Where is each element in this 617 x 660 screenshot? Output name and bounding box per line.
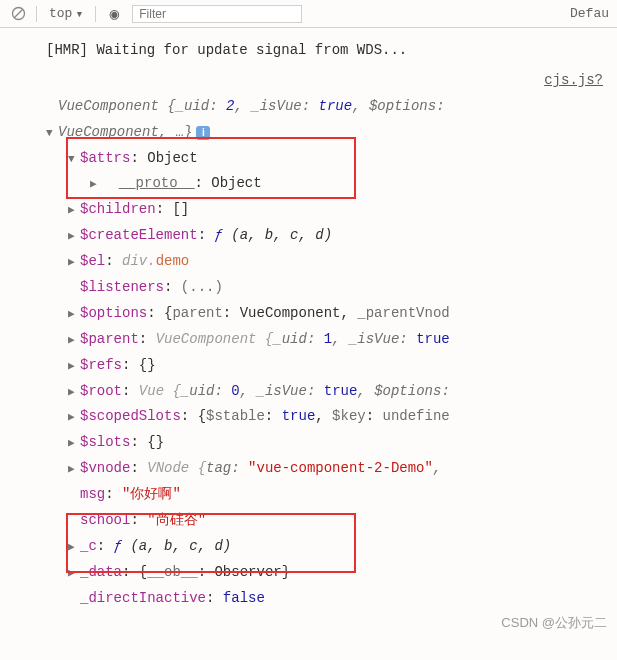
levels-dropdown[interactable]: Defau xyxy=(570,6,609,21)
expand-toggle-icon[interactable] xyxy=(68,563,80,583)
expand-toggle-icon[interactable] xyxy=(68,226,80,246)
prop-school[interactable]: school: "尚硅谷" xyxy=(6,508,611,534)
expand-toggle-icon[interactable] xyxy=(46,123,58,143)
class-name: VueComponent xyxy=(58,120,159,146)
expand-toggle-icon[interactable] xyxy=(68,382,80,402)
expand-toggle-icon[interactable] xyxy=(68,330,80,350)
svg-line-1 xyxy=(14,10,22,18)
expand-toggle-icon[interactable] xyxy=(68,537,80,557)
chevron-down-icon: ▾ xyxy=(75,6,83,22)
class-name: VueComponent xyxy=(58,94,159,120)
prop-vnode[interactable]: $vnode: VNode {tag: "vue-component-2-Dem… xyxy=(6,456,611,482)
prop-msg[interactable]: msg: "你好啊" xyxy=(6,482,611,508)
prop-slots[interactable]: $slots: {} xyxy=(6,430,611,456)
expand-toggle-icon[interactable] xyxy=(68,356,80,376)
object-header[interactable]: VueComponent {_uid: 2, _isVue: true, $op… xyxy=(6,94,611,120)
expand-toggle-icon[interactable] xyxy=(68,407,80,427)
prop-scopedSlots[interactable]: $scopedSlots: {$stable: true, $key: unde… xyxy=(6,404,611,430)
prop-directInactive[interactable]: _directInactive: false xyxy=(6,586,611,612)
expand-toggle-icon[interactable] xyxy=(68,459,80,479)
separator xyxy=(95,6,96,22)
log-message: [HMR] Waiting for update signal from WDS… xyxy=(6,38,611,64)
block-icon[interactable] xyxy=(8,4,28,24)
prop-parent[interactable]: $parent: VueComponent {_uid: 1, _isVue: … xyxy=(6,327,611,353)
object-header-line2[interactable]: VueComponent, …} i xyxy=(6,120,611,146)
prop-proto[interactable]: __proto__: Object xyxy=(6,171,611,197)
expand-toggle-icon[interactable] xyxy=(90,174,102,194)
expand-toggle-icon[interactable] xyxy=(68,304,80,324)
prop-data[interactable]: _data: {__ob__: Observer} xyxy=(6,560,611,586)
prop-el[interactable]: $el: div.demo xyxy=(6,249,611,275)
prop-options[interactable]: $options: {parent: VueComponent, _parent… xyxy=(6,301,611,327)
prop-listeners[interactable]: $listeners: (...) xyxy=(6,275,611,301)
context-dropdown[interactable]: top ▾ xyxy=(45,4,87,24)
source-link[interactable]: cjs.js? xyxy=(6,68,603,94)
expand-toggle-icon[interactable] xyxy=(68,200,80,220)
expand-toggle-icon[interactable] xyxy=(68,252,80,272)
separator xyxy=(36,6,37,22)
dropdown-label: top xyxy=(49,6,72,21)
console-output: [HMR] Waiting for update signal from WDS… xyxy=(0,28,617,618)
filter-input[interactable] xyxy=(132,5,302,23)
prop-createElement[interactable]: $createElement: ƒ (a, b, c, d) xyxy=(6,223,611,249)
prop-attrs[interactable]: $attrs: Object xyxy=(6,146,611,172)
console-toolbar: top ▾ ◉ Defau xyxy=(0,0,617,28)
prop-c[interactable]: _c: ƒ (a, b, c, d) xyxy=(6,534,611,560)
prop-children[interactable]: $children: [] xyxy=(6,197,611,223)
eye-icon[interactable]: ◉ xyxy=(104,4,124,24)
prop-refs[interactable]: $refs: {} xyxy=(6,353,611,379)
expand-toggle-icon[interactable] xyxy=(68,149,80,169)
info-icon[interactable]: i xyxy=(196,126,210,140)
expand-toggle-icon[interactable] xyxy=(68,433,80,453)
prop-root[interactable]: $root: Vue {_uid: 0, _isVue: true, $opti… xyxy=(6,379,611,405)
